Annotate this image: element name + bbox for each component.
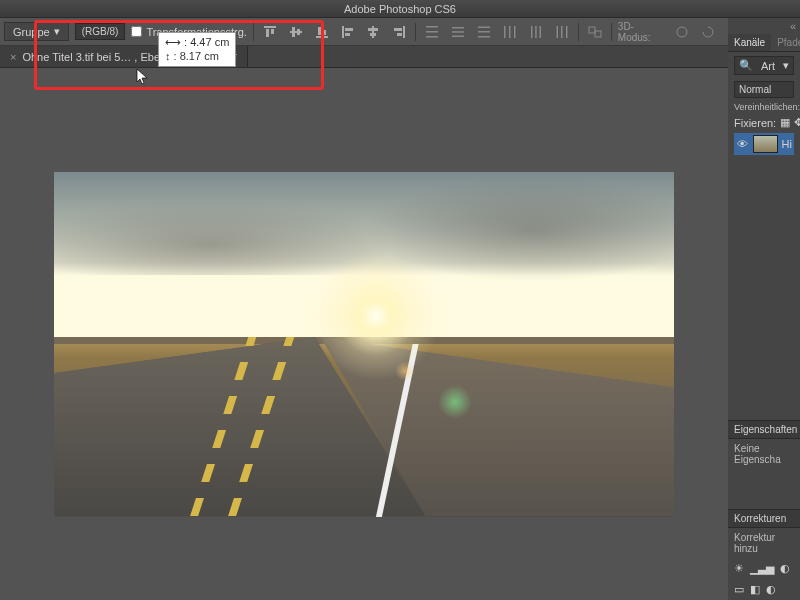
cursor-arrow-icon bbox=[136, 68, 150, 86]
layer-name: Hi bbox=[782, 138, 792, 150]
paths-tab[interactable]: Pfade bbox=[771, 34, 800, 51]
svg-rect-28 bbox=[509, 26, 511, 38]
corrections-panel-title[interactable]: Korrekturen bbox=[728, 509, 800, 528]
layer-kind-dropdown[interactable]: 🔍 Art ▾ bbox=[734, 56, 794, 75]
separator bbox=[578, 23, 579, 41]
orbit-3d-icon[interactable] bbox=[673, 22, 693, 42]
layers-panel-tabs: Kanäle Pfade bbox=[728, 34, 800, 52]
svg-rect-25 bbox=[478, 31, 490, 33]
layer-thumbnail[interactable] bbox=[753, 135, 777, 153]
svg-rect-31 bbox=[535, 26, 537, 38]
svg-rect-34 bbox=[561, 26, 563, 38]
roll-3d-icon[interactable] bbox=[698, 22, 718, 42]
chevron-down-icon: ▾ bbox=[783, 59, 789, 72]
canvas-image bbox=[54, 172, 674, 517]
distribute-vertical-icon[interactable] bbox=[448, 22, 468, 42]
svg-rect-11 bbox=[345, 33, 350, 36]
levels-icon[interactable]: ▁▃▅ bbox=[750, 562, 774, 575]
svg-rect-29 bbox=[514, 26, 516, 38]
lock-position-icon[interactable]: ✥ bbox=[794, 116, 800, 129]
distribute-horizontal-icon[interactable] bbox=[526, 22, 546, 42]
svg-rect-26 bbox=[478, 36, 490, 38]
svg-rect-12 bbox=[372, 26, 374, 38]
canvas-area[interactable] bbox=[0, 68, 728, 600]
svg-rect-37 bbox=[595, 31, 601, 37]
align-right-edges-icon[interactable] bbox=[389, 22, 409, 42]
distribute-right-icon[interactable] bbox=[552, 22, 572, 42]
svg-rect-33 bbox=[556, 26, 558, 38]
properties-panel-body: Keine Eigenscha bbox=[728, 439, 800, 469]
unify-row: Vereinheitlichen: bbox=[734, 102, 794, 112]
layer-row[interactable]: 👁 Hi bbox=[734, 133, 794, 155]
svg-rect-19 bbox=[426, 31, 438, 33]
app-titlebar: Adobe Photoshop CS6 bbox=[0, 0, 800, 18]
svg-point-38 bbox=[677, 27, 687, 37]
svg-rect-9 bbox=[342, 26, 344, 38]
corrections-icons-row: ☀ ▁▃▅ ◐ bbox=[728, 558, 800, 579]
corrections-add-label: Korrektur hinzu bbox=[728, 528, 800, 558]
svg-rect-32 bbox=[540, 26, 542, 38]
corrections-icons-row-2: ▭ ◧ ◐ bbox=[728, 579, 800, 600]
mode-3d-label: 3D-Modus: bbox=[618, 21, 667, 43]
blend-mode-dropdown[interactable]: Normal bbox=[734, 81, 794, 98]
svg-rect-27 bbox=[504, 26, 506, 38]
svg-rect-10 bbox=[345, 28, 353, 31]
svg-rect-30 bbox=[531, 26, 533, 38]
separator bbox=[415, 23, 416, 41]
svg-rect-35 bbox=[566, 26, 568, 38]
tooltip-width: ⟷ : 4.47 cm bbox=[165, 35, 229, 49]
align-left-edges-icon[interactable] bbox=[338, 22, 358, 42]
svg-rect-18 bbox=[426, 26, 438, 28]
svg-rect-13 bbox=[368, 28, 378, 31]
svg-rect-22 bbox=[452, 31, 464, 33]
channels-tab[interactable]: Kanäle bbox=[728, 34, 771, 51]
distribute-top-icon[interactable] bbox=[422, 22, 442, 42]
tooltip-height: ↕ : 8.17 cm bbox=[165, 49, 229, 63]
auto-align-layers-icon[interactable] bbox=[585, 22, 605, 42]
separator bbox=[611, 23, 612, 41]
svg-rect-24 bbox=[478, 26, 490, 28]
layer-kind-label: Art bbox=[761, 60, 775, 72]
svg-rect-15 bbox=[403, 26, 405, 38]
lock-row: Fixieren: ▦ ✥ bbox=[734, 116, 794, 129]
panels-column: « Kanäle Pfade 🔍 Art ▾ Normal Vereinheit… bbox=[728, 18, 800, 600]
visibility-eye-icon[interactable]: 👁 bbox=[736, 138, 749, 150]
hue-saturation-icon[interactable]: ◧ bbox=[750, 583, 760, 596]
dimensions-tooltip: ⟷ : 4.47 cm ↕ : 8.17 cm bbox=[158, 32, 236, 67]
svg-rect-17 bbox=[397, 33, 402, 36]
distribute-bottom-icon[interactable] bbox=[474, 22, 494, 42]
svg-rect-20 bbox=[426, 36, 438, 38]
photo-filter-icon[interactable]: ◐ bbox=[766, 583, 776, 596]
distribute-left-icon[interactable] bbox=[500, 22, 520, 42]
svg-rect-21 bbox=[452, 27, 464, 29]
vibrance-icon[interactable]: ▭ bbox=[734, 583, 744, 596]
svg-rect-14 bbox=[370, 33, 376, 36]
svg-rect-36 bbox=[589, 27, 595, 33]
layers-panel-body: 🔍 Art ▾ Normal Vereinheitlichen: Fixiere… bbox=[728, 52, 800, 159]
properties-panel-title[interactable]: Eigenschaften bbox=[728, 420, 800, 439]
lock-pixels-icon[interactable]: ▦ bbox=[780, 116, 790, 129]
svg-rect-16 bbox=[394, 28, 402, 31]
close-tab-icon[interactable]: × bbox=[10, 51, 16, 63]
exposure-icon[interactable]: ◐ bbox=[780, 562, 790, 575]
brightness-contrast-icon[interactable]: ☀ bbox=[734, 562, 744, 575]
align-horizontal-centers-icon[interactable] bbox=[364, 22, 384, 42]
panel-collapse-icon[interactable]: « bbox=[790, 20, 796, 32]
svg-rect-23 bbox=[452, 35, 464, 37]
